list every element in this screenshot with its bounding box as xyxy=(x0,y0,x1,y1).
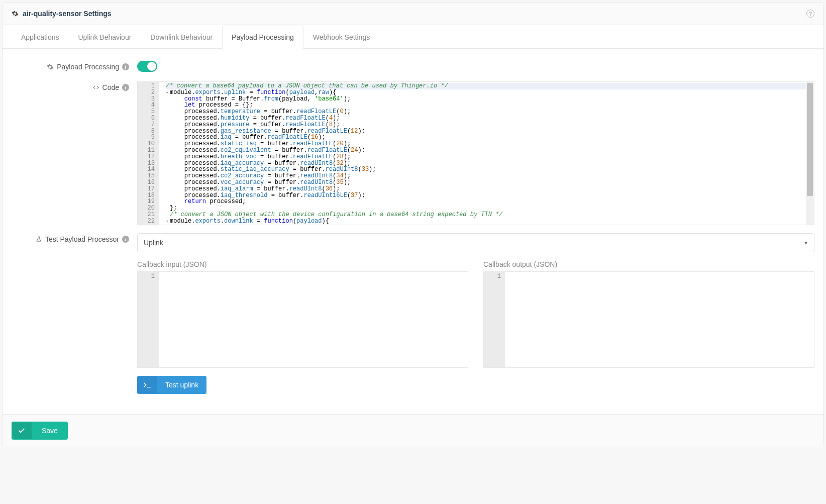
callback-input-editor[interactable]: 1 xyxy=(137,271,468,368)
editor-gutter: 12345678910111213141516171819202122 xyxy=(138,82,159,225)
row-payload-processing: Payload Processing i xyxy=(12,61,814,73)
terminal-icon xyxy=(137,376,157,393)
editor-lines[interactable]: /* convert a base64 payload to a JSON ob… xyxy=(164,82,814,225)
check-icon xyxy=(12,422,32,439)
help-icon[interactable]: ? xyxy=(806,10,814,18)
callback-output-editor[interactable]: 1 xyxy=(483,271,814,368)
row-callbacks: Callback input (JSON) 1 Callback output … xyxy=(12,260,814,368)
tab-content: Payload Processing i Code i 123456789101… xyxy=(3,49,823,414)
panel-footer: Save xyxy=(3,414,823,447)
test-direction-select[interactable]: Uplink xyxy=(137,233,814,252)
panel-heading: air-quality-sensor Settings ? xyxy=(3,3,823,25)
code-icon xyxy=(92,84,99,91)
tab-payload-processing[interactable]: Payload Processing xyxy=(222,26,303,49)
flask-icon xyxy=(35,236,42,243)
label-code: Code i xyxy=(12,81,137,91)
gear-icon xyxy=(12,10,19,17)
row-code: Code i 123456789101112131415161718192021… xyxy=(12,81,814,225)
payload-processing-toggle[interactable] xyxy=(137,61,157,72)
save-button[interactable]: Save xyxy=(12,422,68,440)
row-test-button: Test uplink xyxy=(12,376,814,394)
callback-input-label: Callback input (JSON) xyxy=(137,260,468,268)
tab-uplink-behaviour[interactable]: Uplink Behaviour xyxy=(69,26,141,49)
label-payload-processing: Payload Processing i xyxy=(12,61,137,71)
code-editor[interactable]: 12345678910111213141516171819202122 /* c… xyxy=(137,81,814,225)
tab-applications[interactable]: Applications xyxy=(12,26,69,49)
settings-panel: air-quality-sensor Settings ? Applicatio… xyxy=(2,2,824,447)
test-uplink-button[interactable]: Test uplink xyxy=(137,376,206,394)
editor-scrollbar[interactable] xyxy=(806,82,814,225)
row-test: Test Payload Processor i Uplink xyxy=(12,233,814,252)
tab-webhook-settings[interactable]: Webhook Settings xyxy=(303,26,379,49)
gear-icon xyxy=(47,63,54,70)
label-test: Test Payload Processor i xyxy=(12,233,137,243)
tabs: Applications Uplink Behaviour Downlink B… xyxy=(3,25,823,49)
callback-output-label: Callback output (JSON) xyxy=(483,260,814,268)
info-icon[interactable]: i xyxy=(122,84,129,91)
mini-gutter: 1 xyxy=(484,272,505,367)
page-title-wrap: air-quality-sensor Settings xyxy=(12,10,112,18)
tab-downlink-behaviour[interactable]: Downlink Behaviour xyxy=(141,26,222,49)
editor-scroll-thumb[interactable] xyxy=(807,83,813,196)
info-icon[interactable]: i xyxy=(122,63,129,70)
page-title: air-quality-sensor Settings xyxy=(23,10,112,18)
mini-gutter: 1 xyxy=(138,272,159,367)
info-icon[interactable]: i xyxy=(122,236,129,243)
